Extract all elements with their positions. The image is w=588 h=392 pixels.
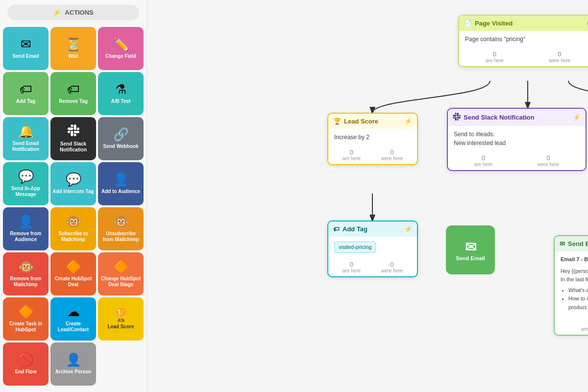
send-inapp-icon: 💬 [18,170,34,183]
subscribe-mailchimp-icon: 🐵 [66,215,81,228]
tile-end-flow[interactable]: 🚫 End Flow [3,343,49,386]
create-task-hubspot-icon: 🔶 [18,305,34,318]
page-visited-title: Page Visited [475,20,513,27]
tile-send-email-notif[interactable]: 🔔 Send Email Notification [3,117,49,160]
add-tag-stat-here: 0 are here [343,261,361,273]
unsubscribe-mailchimp-icon: 🐵 [113,215,129,228]
send-slack-body: Send to #leads: New interested lead [448,126,586,151]
add-tag-icon: 🏷 [333,225,340,233]
page-visited-body: Page contains "pricing" [459,31,588,48]
tile-archive-person[interactable]: 👤 Archive Person [50,343,96,386]
add-tag-lightning-icon: ⚡ [404,225,412,233]
actions-header[interactable]: ⚡ ACTIONS [7,5,139,20]
send-email-bullet1: What's an Aha moment. [568,286,588,295]
page-visited-stat-were: 0 were here [549,50,570,63]
remove-mailchimp-icon: 🐵 [18,260,34,273]
page-visited-header: 📄 Page Visited ⊙ [459,16,588,31]
tile-send-email[interactable]: ✉ Send Email [3,27,49,70]
send-slack-header: Send Slack Notification ⚡ [448,109,586,126]
lead-score-body: Increase by 2 [328,129,417,146]
lead-score-stat-here: 0 are here [343,148,361,161]
add-tag-stat-were: 0 were here [381,261,403,273]
node-send-email-ghost[interactable]: ✉ Send Email [446,225,495,274]
add-audience-icon: 👤 [113,173,129,186]
page-visited-icon: 📄 [464,20,472,27]
send-email-big-stat-here: 0 are here [581,319,588,332]
archive-person-icon: 👤 [66,353,81,366]
add-intercom-icon: 💬 [66,173,81,186]
tile-unsubscribe-mailchimp[interactable]: 🐵 Unsubscribe from Mailchimp [98,207,144,250]
send-slack-stat-here: 0 are here [474,154,492,167]
send-email-big-icon: ✉ [560,240,565,247]
end-flow-icon: 🚫 [18,353,34,366]
tile-add-intercom[interactable]: 💬 Add Intercom Tag [50,162,96,205]
ab-test-icon: ⚗ [115,83,126,96]
send-slack-title: Send Slack Notification [464,114,534,121]
lead-score-header: 🏆 Lead Score ⚡ [328,114,417,129]
add-tag-pill: visited-pricing [334,242,376,253]
create-lead-sf-icon: ☁ [67,305,80,318]
send-email-ghost-label: Send Email [456,255,485,261]
send-email-big-body: Email 7 - Book a call Hey {{person.first… [555,251,588,316]
page-visited-stat-here: 0 are here [486,50,504,63]
send-email-big-title: Send Email [568,240,588,247]
remove-tag-icon: 🏷 [67,83,80,96]
node-page-visited[interactable]: 📄 Page Visited ⊙ Page contains "pricing"… [458,15,588,67]
create-hubspot-deal-icon: 🔶 [66,260,81,273]
tile-lead-score[interactable]: 🏆 Lead Score [98,297,144,341]
send-email-ghost-envelope-icon: ✉ [465,239,476,255]
tile-add-tag[interactable]: 🏷 Add Tag [3,72,49,115]
tile-remove-tag[interactable]: 🏷 Remove Tag [50,72,96,115]
lead-score-trophy-icon: 🏆 [333,118,341,125]
tile-wait[interactable]: ⏳ Wait [50,27,96,70]
tile-remove-mailchimp[interactable]: 🐵 Remove from Mailchimp [3,252,49,295]
add-tag-footer: 0 are here 0 were here [328,258,417,276]
remove-audience-icon: 👤 [18,215,34,228]
page-visited-footer: 0 are here 0 were here [459,48,588,66]
lead-score-footer: 0 are here 0 were here [328,146,417,164]
add-tag-body: visited-pricing [328,237,417,258]
sidebar: ⚡ ACTIONS ✉ Send Email ⏳ Wait ✏️ Change … [0,0,147,392]
send-email-notif-icon: 🔔 [18,125,34,138]
send-email-big-footer: 0 are here 0 were here [555,316,588,335]
send-email-bullet2: How to identify the critical value momen… [568,294,588,312]
flow-canvas: No 📄 Page Visited ⊙ Page contains "prici… [147,0,588,392]
lead-score-stat-were: 0 were here [381,148,403,161]
tile-send-inapp[interactable]: 💬 Send In-App Message [3,162,49,205]
tile-create-task-hubspot[interactable]: 🔶 Create Task in HubSpot [3,297,49,341]
tile-send-slack-notif[interactable]: Send Slack Notification [50,117,96,160]
send-slack-footer: 0 are here 0 were here [448,151,586,170]
add-tag-icon: 🏷 [20,83,32,96]
node-lead-score[interactable]: 🏆 Lead Score ⚡ Increase by 2 0 are here … [327,113,418,165]
add-tag-title: Add Tag [343,225,368,233]
actions-icon: ⚡ [53,9,61,16]
tile-ab-test[interactable]: ⚗ A/B Test [98,72,144,115]
tile-create-lead-sf[interactable]: ☁ Create Lead/Contact [50,297,96,341]
node-send-slack[interactable]: Send Slack Notification ⚡ Send to #leads… [447,108,587,171]
change-field-icon: ✏️ [113,38,129,50]
lead-score-icon: 🏆 [113,308,129,321]
wait-icon: ⏳ [66,38,81,50]
change-hubspot-deal-icon: 🔶 [113,260,129,273]
tile-remove-audience[interactable]: 👤 Remove from Audience [3,207,49,250]
tile-add-audience[interactable]: 👤 Add to Audience [98,162,144,205]
send-slack-icon [453,113,461,122]
node-send-email-big[interactable]: ✉ Send Email ⚡ Email 7 - Book a call Hey… [554,235,588,336]
tile-send-webhook[interactable]: 🔗 Send Webhook [98,117,144,160]
actions-grid: ✉ Send Email ⏳ Wait ✏️ Change Field 🏷 Ad… [0,25,147,388]
tile-change-hubspot-deal[interactable]: 🔶 Change HubSpot Deal Stage [98,252,144,295]
lead-score-lightning-icon: ⚡ [404,118,412,125]
send-slack-notif-icon [68,124,79,138]
send-email-icon: ✉ [21,38,31,50]
tile-subscribe-mailchimp[interactable]: 🐵 Subscribe to Mailchimp [50,207,96,250]
add-tag-header: 🏷 Add Tag ⚡ [328,221,417,237]
send-slack-stat-were: 0 were here [538,154,559,167]
send-email-big-header: ✉ Send Email ⚡ [555,236,588,251]
lead-score-title: Lead Score [344,118,378,125]
tile-change-field[interactable]: ✏️ Change Field [98,27,144,70]
send-slack-lightning-icon: ⚡ [573,114,581,121]
node-add-tag[interactable]: 🏷 Add Tag ⚡ visited-pricing 0 are here 0… [327,220,418,277]
send-webhook-icon: 🔗 [113,128,129,141]
tile-create-hubspot-deal[interactable]: 🔶 Create HubSpot Deal [50,252,96,295]
actions-label: ACTIONS [65,9,94,16]
